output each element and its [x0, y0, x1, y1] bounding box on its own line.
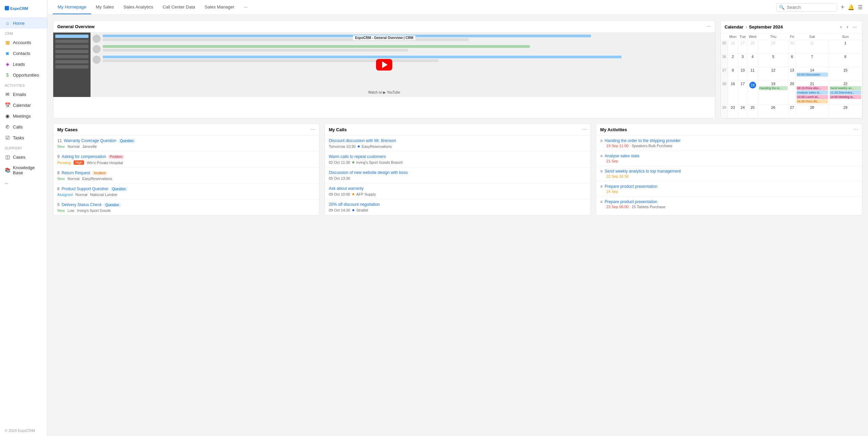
- tab-sales-manager[interactable]: Sales Manager: [200, 0, 239, 14]
- cal-day-3[interactable]: 3: [738, 54, 747, 67]
- cal-day-28[interactable]: 28: [795, 105, 829, 118]
- cal-day-13[interactable]: 13: [788, 67, 795, 81]
- calendar-more-button[interactable]: ···: [851, 23, 858, 30]
- cal-event-discussion[interactable]: 10:00 Discussion: [796, 73, 828, 77]
- cal-day-12[interactable]: 12: [758, 67, 788, 81]
- cal-day-15[interactable]: 15: [829, 67, 862, 81]
- sidebar-item-leads[interactable]: Leads: [0, 59, 47, 70]
- cal-event-handing[interactable]: Handing the or...: [759, 86, 788, 90]
- cal-day-31-aug[interactable]: 31: [795, 40, 829, 54]
- search-box[interactable]: 🔍: [776, 3, 837, 12]
- cal-day-5[interactable]: 5: [758, 54, 788, 67]
- cal-event-lunch[interactable]: 10:30 Lunch wi...: [796, 95, 828, 99]
- cal-event-price-disc2[interactable]: 16:30 Price dis...: [796, 99, 828, 103]
- cal-day-26-aug[interactable]: 26: [728, 40, 738, 54]
- cal-event-meeting[interactable]: 14:00 Meeting w...: [830, 95, 862, 99]
- cal-day-6[interactable]: 6: [788, 54, 795, 67]
- cal-event-send-weekly[interactable]: Send weekly an...: [830, 86, 862, 90]
- cal-day-11[interactable]: 11: [747, 67, 758, 81]
- cal-day-18[interactable]: 18: [747, 81, 758, 105]
- call-1-title[interactable]: Warm calls to repeat customers: [329, 154, 587, 159]
- cal-day-14[interactable]: 14 10:00 Discussion: [795, 67, 829, 81]
- sidebar-item-accounts[interactable]: Accounts: [0, 37, 47, 48]
- cal-day-22[interactable]: 22 Send weekly an... 11:30 Discovery... …: [829, 81, 862, 105]
- calendar-table: Mon Tue Wed Thu Fri Sat Sun 35: [721, 33, 862, 118]
- add-button[interactable]: +: [841, 4, 844, 11]
- call-item-3: Ask about warranty 09 Oct 10:00 AFP Supp…: [325, 183, 591, 199]
- case-8-title[interactable]: Return Request: [62, 171, 90, 175]
- play-button[interactable]: [376, 59, 392, 71]
- calls-more-button[interactable]: ···: [582, 126, 587, 133]
- call-2-title[interactable]: Discussion of new website design with bo…: [329, 170, 587, 175]
- general-overview-panel: General Overview ···: [53, 20, 715, 119]
- case-11-title[interactable]: Warranty Coverage Question: [64, 138, 116, 143]
- sidebar-item-tasks[interactable]: Tasks: [0, 132, 47, 143]
- overview-more-button[interactable]: ···: [707, 23, 711, 29]
- cal-day-16[interactable]: 16: [728, 81, 738, 105]
- cal-day-24[interactable]: 24: [738, 105, 747, 118]
- cal-day-29[interactable]: 29: [829, 105, 862, 118]
- tab-my-homepage[interactable]: My Homepage: [53, 0, 91, 14]
- cal-event-analyse[interactable]: Analyse sales st...: [796, 91, 828, 95]
- search-input[interactable]: [787, 5, 834, 10]
- sidebar-item-cases[interactable]: Cases: [0, 152, 47, 162]
- cases-panel-body: 11 Warranty Coverage Question Question N…: [53, 136, 319, 215]
- cal-day-29-aug[interactable]: 29: [758, 40, 788, 54]
- call-3-dot: [352, 193, 354, 195]
- cal-day-8[interactable]: 8: [829, 54, 862, 67]
- sidebar-item-home[interactable]: Home: [0, 18, 47, 28]
- cal-day-1-sep[interactable]: 1: [829, 40, 862, 54]
- cal-day-27-aug[interactable]: 27: [738, 40, 747, 54]
- activity-1-title[interactable]: Analyse sales stats: [605, 154, 639, 158]
- sidebar-item-emails[interactable]: Emails: [0, 89, 47, 100]
- cal-day-30-aug[interactable]: 30: [788, 40, 795, 54]
- call-3-title[interactable]: Ask about warranty: [329, 186, 587, 191]
- activity-2-title[interactable]: Send weekly analytics to top management: [605, 169, 681, 174]
- video-thumbnail[interactable]: EspoCRM - General Overview | CRM Watch o…: [53, 33, 715, 97]
- activity-0-title[interactable]: Handing the order to the shipping provid…: [605, 138, 680, 143]
- tab-more[interactable]: ···: [239, 0, 252, 14]
- cal-day-25[interactable]: 25: [747, 105, 758, 118]
- cal-day-28-aug[interactable]: 28: [747, 40, 758, 54]
- cases-more-button[interactable]: ···: [311, 126, 315, 133]
- support-section-label: Support: [0, 143, 47, 152]
- sidebar-item-opportunities[interactable]: Opportunities: [0, 70, 47, 80]
- call-4-title[interactable]: 20% off discount negotiation: [329, 202, 587, 207]
- tab-sales-analytics[interactable]: Sales Analytics: [119, 0, 158, 14]
- cal-day-23[interactable]: 23: [728, 105, 738, 118]
- cal-day-19[interactable]: 19 Handing the or...: [758, 81, 788, 105]
- case-9-title[interactable]: Asking for compensation: [62, 154, 106, 159]
- tab-my-sales[interactable]: My Sales: [91, 0, 119, 14]
- activity-3-title[interactable]: Prepare product presentation: [605, 184, 657, 189]
- cal-day-27[interactable]: 27: [788, 105, 795, 118]
- sidebar-item-more[interactable]: ···: [0, 178, 47, 189]
- calendar-prev-button[interactable]: ‹: [839, 23, 843, 30]
- cal-event-discovery[interactable]: 11:30 Discovery...: [830, 91, 862, 95]
- cal-day-21[interactable]: 21 08:15 Price disc... Analyse sales st.…: [795, 81, 829, 105]
- cal-day-26[interactable]: 26: [758, 105, 788, 118]
- cal-day-20[interactable]: 20: [788, 81, 795, 105]
- sidebar-item-knowledge-base[interactable]: 📚 Knowledge Base: [0, 162, 47, 178]
- sidebar-tasks-label: Tasks: [13, 135, 24, 140]
- activity-4-title[interactable]: Prepare product presentation: [605, 199, 657, 204]
- cal-day-4[interactable]: 4: [747, 54, 758, 67]
- case-6-title[interactable]: Product Support Question: [62, 186, 108, 191]
- call-0-title[interactable]: Discount discussion with Mr. Brenson: [329, 138, 587, 143]
- notifications-button[interactable]: 🔔: [848, 4, 854, 11]
- sidebar-item-calls[interactable]: Calls: [0, 121, 47, 132]
- calendar-next-button[interactable]: ›: [845, 23, 850, 30]
- activities-more-button[interactable]: ···: [854, 126, 858, 133]
- activity-0-meta: 19 Sep 11:00 · Speakers Bulk Purchase: [600, 144, 858, 148]
- sidebar-item-contacts[interactable]: Contacts: [0, 48, 47, 59]
- cal-day-17[interactable]: 17: [738, 81, 747, 105]
- sidebar-item-meetings[interactable]: Meetings: [0, 111, 47, 121]
- tab-call-center-data[interactable]: Call Center Data: [158, 0, 200, 14]
- cal-day-10[interactable]: 10: [738, 67, 747, 81]
- sidebar-item-calendar[interactable]: 📅 Calendar: [0, 100, 47, 111]
- cal-day-7[interactable]: 7: [795, 54, 829, 67]
- cal-day-9[interactable]: 9: [728, 67, 738, 81]
- settings-button[interactable]: ☰: [858, 4, 863, 11]
- cal-event-price-disc[interactable]: 08:15 Price disc...: [796, 86, 828, 90]
- cal-day-2[interactable]: 2: [728, 54, 738, 67]
- case-5-title[interactable]: Delivery Status Check: [62, 202, 102, 207]
